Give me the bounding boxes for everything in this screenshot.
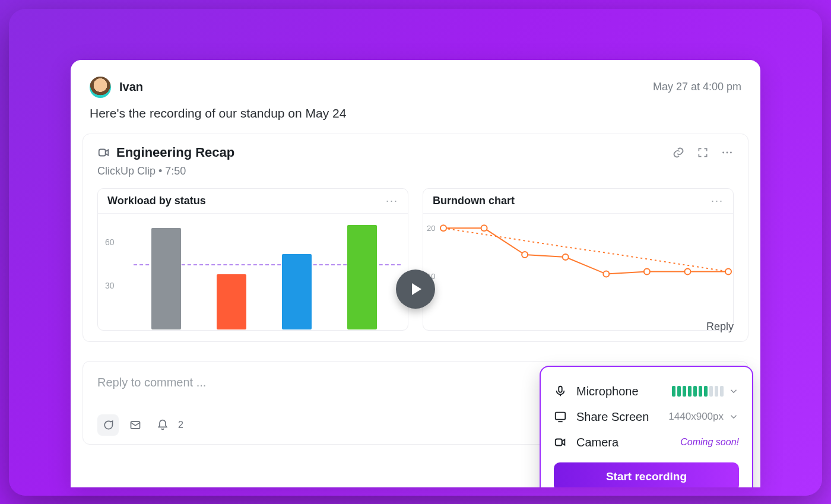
bell-count: 2 (178, 420, 183, 430)
burndown-chart: 1020 (423, 214, 733, 329)
record-camera-row: Camera Coming soon! (554, 430, 739, 455)
svg-point-6 (522, 252, 528, 258)
svg-point-10 (684, 268, 690, 274)
mic-icon (554, 385, 567, 398)
mail-icon[interactable] (125, 414, 146, 436)
app-content: Ivan May 27 at 4:00 pm Here's the record… (71, 60, 760, 487)
record-camera-label: Camera (576, 436, 619, 449)
svg-point-4 (440, 225, 446, 231)
svg-point-9 (644, 268, 650, 274)
svg-point-7 (563, 254, 569, 260)
svg-point-1 (722, 151, 724, 153)
svg-rect-23 (556, 413, 566, 420)
level-bar (720, 386, 724, 397)
level-bar (693, 386, 697, 397)
expand-icon[interactable] (697, 146, 709, 159)
level-bar (715, 386, 718, 397)
clip-subtitle: ClickUp Clip • 7:50 (97, 165, 734, 177)
svg-rect-0 (99, 149, 106, 156)
bar-chart: 3060 (98, 214, 408, 329)
reply-button[interactable]: Reply (706, 321, 734, 333)
y-tick: 60 (105, 237, 115, 247)
record-share-label: Share Screen (576, 410, 649, 424)
record-popover: Microphone Share Screen 1440x900px Camer… (540, 366, 753, 487)
panel-more-icon[interactable]: ··· (711, 195, 724, 207)
burndown-panel: Burndown chart ··· 1020 (423, 188, 734, 331)
clip-duration: 7:50 (165, 165, 186, 177)
camera-icon (554, 436, 567, 449)
camera-note: Coming soon! (680, 437, 739, 448)
bar (151, 228, 181, 329)
svg-rect-22 (559, 386, 562, 392)
level-bar (699, 386, 702, 397)
workload-panel: Workload by status ··· 3060 (97, 188, 408, 331)
svg-point-11 (725, 268, 731, 274)
video-icon (97, 146, 110, 159)
level-bar (677, 386, 681, 397)
record-mic-row[interactable]: Microphone (554, 379, 739, 404)
comment-timestamp: May 27 at 4:00 pm (653, 81, 741, 93)
level-bar (688, 386, 692, 397)
record-mic-label: Microphone (576, 385, 639, 398)
comment-author: Ivan (119, 80, 143, 94)
level-bar (709, 386, 713, 397)
record-share-row[interactable]: Share Screen 1440x900px (554, 404, 739, 430)
start-recording-button[interactable]: Start recording (554, 462, 739, 487)
comment-header: Ivan May 27 at 4:00 pm (71, 60, 760, 104)
bar (282, 254, 312, 329)
level-bar (672, 386, 675, 397)
clip-actions (672, 146, 734, 159)
app-frame: Ivan May 27 at 4:00 pm Here's the record… (9, 9, 822, 496)
bar (217, 274, 246, 329)
clip-source: ClickUp Clip (97, 165, 156, 177)
mic-level-meter (672, 386, 724, 397)
burndown-title: Burndown chart (433, 195, 515, 207)
panel-more-icon[interactable]: ··· (386, 195, 398, 207)
svg-point-8 (603, 271, 609, 277)
avatar (90, 77, 111, 98)
svg-rect-24 (556, 439, 562, 446)
chevron-down-icon[interactable] (728, 411, 739, 422)
comment-body: Here's the recording of our standup on M… (71, 104, 760, 128)
clip-card: Engineering Recap ClickUp Clip • 7:50 Wo… (83, 134, 748, 342)
charts-row: Workload by status ··· 3060 Burndown cha… (97, 188, 734, 331)
workload-title: Workload by status (107, 195, 206, 207)
record-share-value: 1440x900px (668, 411, 724, 423)
clip-sep: • (156, 165, 165, 177)
screen-icon (554, 410, 567, 423)
svg-point-5 (481, 225, 487, 231)
more-icon[interactable] (721, 146, 734, 159)
link-icon[interactable] (672, 146, 685, 159)
level-bar (704, 386, 708, 397)
y-tick: 30 (105, 281, 115, 290)
bell-icon[interactable] (152, 414, 173, 436)
svg-point-3 (730, 151, 732, 153)
bar (347, 225, 377, 329)
play-button[interactable] (396, 270, 435, 309)
level-bar (683, 386, 686, 397)
chat-bubble-icon[interactable] (97, 414, 119, 436)
clip-title: Engineering Recap (116, 145, 234, 160)
chevron-down-icon[interactable] (728, 386, 739, 397)
svg-point-2 (727, 151, 728, 153)
